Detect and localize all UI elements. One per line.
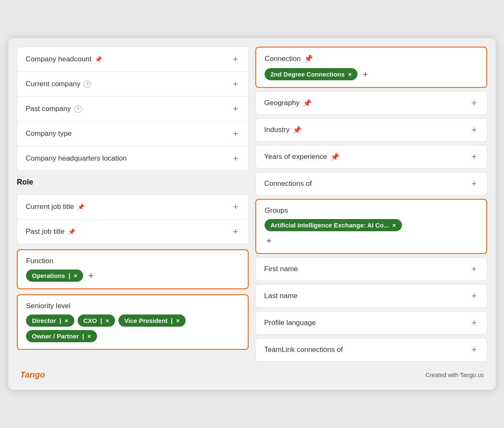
years-experience-add-button[interactable]: + bbox=[470, 152, 478, 161]
ai-exchange-tag-remove-button[interactable]: × bbox=[392, 222, 396, 228]
ai-exchange-tag: Artificial Intelligence Exchange: AI Co.… bbox=[265, 219, 402, 231]
company-type-label: Company type bbox=[26, 129, 72, 138]
years-experience-row: Years of experience 📌 + bbox=[255, 145, 487, 169]
company-type-add-button[interactable]: + bbox=[231, 129, 240, 138]
profile-language-row: Profile language + bbox=[255, 311, 487, 335]
groups-add-button[interactable]: + bbox=[265, 235, 273, 246]
industry-add-button[interactable]: + bbox=[470, 125, 478, 135]
seniority-tags-row: Director | × CXO | × Vice President | × bbox=[26, 314, 239, 342]
function-title: Function bbox=[26, 257, 239, 265]
past-company-add-button[interactable]: + bbox=[231, 104, 240, 114]
seniority-title: Seniority level bbox=[26, 302, 239, 310]
past-company-label: Past company bbox=[26, 105, 71, 113]
company-headcount-pin-icon: 📌 bbox=[95, 56, 102, 63]
company-headcount-add-button[interactable]: + bbox=[231, 55, 240, 64]
teamlink-connections-add-button[interactable]: + bbox=[470, 345, 478, 354]
connections-of-row: Connections of + bbox=[255, 172, 487, 196]
groups-title: Groups bbox=[265, 206, 478, 215]
connections-of-label: Connections of bbox=[264, 180, 312, 188]
footer: Tango Created with Tango.us bbox=[17, 368, 487, 381]
current-job-title-pin-icon: 📌 bbox=[77, 203, 84, 210]
owner-partner-separator: | bbox=[82, 333, 84, 340]
last-name-row: Last name + bbox=[255, 284, 487, 308]
cxo-tag: CXO | × bbox=[78, 314, 115, 327]
profile-language-label: Profile language bbox=[264, 319, 316, 327]
current-job-title-label: Current job title bbox=[26, 203, 74, 211]
company-hq-row: Company headquarters location + bbox=[17, 146, 248, 171]
past-job-title-row: Past job title 📌 + bbox=[17, 219, 248, 244]
2nd-degree-tag-remove-button[interactable]: × bbox=[348, 71, 352, 77]
operations-tag: Operations | × bbox=[26, 269, 83, 282]
function-add-button[interactable]: + bbox=[87, 270, 95, 281]
company-type-row: Company type + bbox=[17, 122, 248, 146]
geography-add-button[interactable]: + bbox=[470, 98, 478, 108]
profile-language-add-button[interactable]: + bbox=[470, 318, 478, 328]
vp-tag: Vice President | × bbox=[118, 314, 186, 327]
current-company-label: Current company bbox=[26, 80, 80, 88]
current-job-title-add-button[interactable]: + bbox=[231, 202, 240, 211]
tango-logo: Tango bbox=[20, 370, 45, 380]
industry-label: Industry bbox=[264, 126, 289, 134]
geography-row: Geography 📌 + bbox=[255, 91, 487, 115]
owner-partner-tag-label: Owner / Partner bbox=[32, 333, 79, 340]
cxo-tag-remove-button[interactable]: × bbox=[105, 317, 109, 324]
industry-pin-icon: 📌 bbox=[293, 126, 302, 135]
director-tag-remove-button[interactable]: × bbox=[65, 317, 68, 324]
groups-card: Groups Artificial Intelligence Exchange:… bbox=[255, 199, 487, 254]
main-layout: Company headcount 📌 + Current company ? … bbox=[17, 47, 487, 362]
right-column: Connection 📌 2nd Degree Connections × + … bbox=[255, 47, 487, 362]
company-filters-card: Company headcount 📌 + Current company ? … bbox=[17, 47, 249, 171]
first-name-add-button[interactable]: + bbox=[470, 264, 478, 274]
director-tag: Director | × bbox=[26, 314, 74, 327]
operations-tag-label: Operations bbox=[32, 272, 65, 279]
function-card: Function Operations | × + bbox=[17, 249, 249, 289]
company-hq-label: Company headquarters location bbox=[26, 154, 127, 163]
role-heading: Role bbox=[17, 178, 249, 187]
current-company-help-icon: ? bbox=[84, 80, 91, 88]
connection-pin-icon: 📌 bbox=[304, 54, 313, 63]
connections-of-add-button[interactable]: + bbox=[470, 179, 478, 188]
owner-partner-tag: Owner / Partner | × bbox=[26, 330, 97, 342]
2nd-degree-tag-label: 2nd Degree Connections bbox=[270, 71, 345, 78]
connection-title-label: Connection bbox=[265, 55, 301, 63]
geography-pin-icon: 📌 bbox=[303, 99, 312, 108]
role-filters-card: Current job title 📌 + Past job title 📌 + bbox=[17, 194, 249, 244]
last-name-label: Last name bbox=[264, 292, 297, 300]
owner-partner-tag-remove-button[interactable]: × bbox=[87, 333, 91, 339]
current-job-title-row: Current job title 📌 + bbox=[17, 195, 248, 219]
connection-tags-row: 2nd Degree Connections × + bbox=[265, 68, 478, 80]
groups-tags-row: Artificial Intelligence Exchange: AI Co.… bbox=[265, 219, 478, 231]
company-headcount-row: Company headcount 📌 + bbox=[17, 47, 248, 72]
past-job-title-add-button[interactable]: + bbox=[231, 227, 240, 236]
first-name-label: First name bbox=[264, 265, 298, 273]
ai-exchange-tag-label: Artificial Intelligence Exchange: AI Co.… bbox=[270, 222, 389, 229]
past-company-row: Past company ? + bbox=[17, 97, 248, 122]
director-separator: | bbox=[60, 317, 61, 324]
current-company-row: Current company ? + bbox=[17, 72, 248, 97]
industry-row: Industry 📌 + bbox=[255, 118, 487, 142]
operations-separator: | bbox=[68, 272, 70, 279]
vp-separator: | bbox=[171, 317, 173, 324]
current-company-add-button[interactable]: + bbox=[231, 79, 240, 89]
connection-card: Connection 📌 2nd Degree Connections × + bbox=[255, 47, 487, 88]
cxo-separator: | bbox=[100, 317, 102, 324]
2nd-degree-tag: 2nd Degree Connections × bbox=[265, 68, 357, 80]
teamlink-connections-label: TeamLink connections of bbox=[264, 346, 343, 354]
operations-tag-remove-button[interactable]: × bbox=[74, 272, 77, 279]
past-job-title-pin-icon: 📌 bbox=[68, 228, 75, 235]
company-headcount-label: Company headcount bbox=[26, 55, 92, 63]
function-tags-row: Operations | × + bbox=[26, 269, 239, 282]
connection-add-button[interactable]: + bbox=[361, 69, 370, 80]
geography-label: Geography bbox=[264, 99, 299, 107]
left-column: Company headcount 📌 + Current company ? … bbox=[17, 47, 249, 350]
vp-tag-label: Vice President bbox=[124, 317, 168, 324]
director-tag-label: Director bbox=[32, 317, 56, 324]
footer-credit: Created with Tango.us bbox=[425, 372, 484, 378]
vp-tag-remove-button[interactable]: × bbox=[176, 317, 180, 324]
seniority-card: Seniority level Director | × CXO | × Vic… bbox=[17, 294, 249, 350]
last-name-add-button[interactable]: + bbox=[470, 291, 478, 301]
first-name-row: First name + bbox=[255, 257, 487, 281]
cxo-tag-label: CXO bbox=[84, 317, 97, 324]
past-job-title-label: Past job title bbox=[26, 227, 65, 236]
company-hq-add-button[interactable]: + bbox=[231, 154, 240, 163]
